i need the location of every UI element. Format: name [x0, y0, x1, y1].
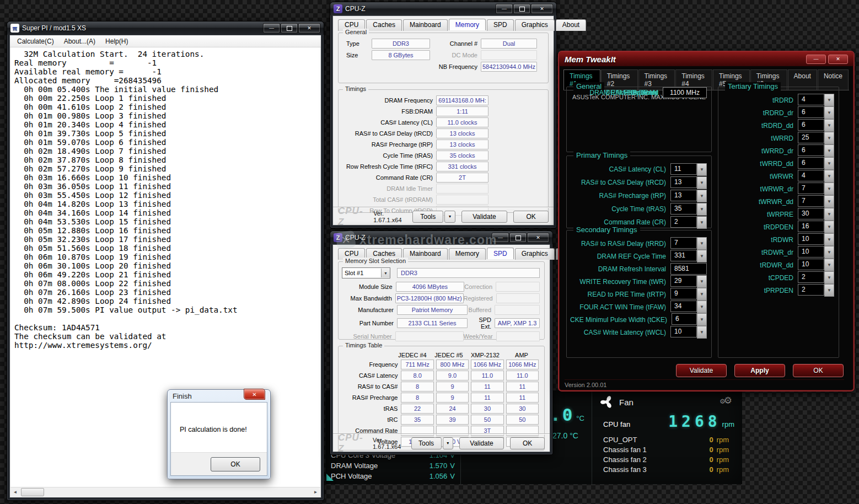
- timing-select[interactable]: 4 ▼: [798, 170, 834, 183]
- tab[interactable]: Memory: [449, 19, 486, 30]
- apply-button[interactable]: Apply: [734, 364, 785, 377]
- tools-button[interactable]: Tools: [412, 211, 443, 223]
- timing-select[interactable]: 13 ▼: [670, 190, 707, 202]
- chevron-down-icon[interactable]: ▼: [824, 132, 834, 144]
- chevron-down-icon[interactable]: ▼: [824, 284, 834, 297]
- chevron-down-icon[interactable]: ▼: [697, 237, 707, 250]
- tab[interactable]: Mainboard: [403, 248, 448, 260]
- chevron-down-icon[interactable]: ▼: [697, 326, 707, 339]
- timing-select[interactable]: 7 ▼: [798, 195, 834, 208]
- superpi-titlebar[interactable]: π Super PI / mod1.5 XS — ✕: [7, 22, 324, 35]
- validate-button[interactable]: Validate: [676, 364, 727, 377]
- chevron-down-icon[interactable]: ▼: [697, 190, 707, 202]
- close-button[interactable]: ✕: [244, 389, 265, 400]
- timing-select[interactable]: 8581 ▼: [670, 263, 707, 275]
- timing-select[interactable]: 11 ▼: [670, 163, 707, 176]
- tools-dropdown-icon[interactable]: ▾: [443, 437, 453, 449]
- chevron-down-icon[interactable]: ▼: [697, 313, 707, 326]
- chevron-down-icon[interactable]: ▼: [824, 157, 834, 170]
- timing-select[interactable]: 9 ▼: [670, 288, 707, 301]
- scroll-right-icon[interactable]: ►: [311, 487, 320, 497]
- close-button[interactable]: ✕: [527, 233, 549, 243]
- timing-select[interactable]: 25 ▼: [798, 132, 834, 144]
- slot-select[interactable]: Slot #1 ▼: [342, 267, 390, 278]
- horizontal-scrollbar[interactable]: ◄ ►: [10, 487, 320, 497]
- chevron-down-icon[interactable]: ▼: [824, 106, 834, 119]
- tab[interactable]: Graphics: [515, 19, 555, 31]
- timing-select[interactable]: 7 ▼: [670, 237, 707, 250]
- timing-select[interactable]: 10 ▼: [798, 246, 834, 259]
- timing-select[interactable]: 6 ▼: [672, 313, 707, 326]
- memtweakit-titlebar[interactable]: Mem TweakIt — ✕: [559, 52, 853, 66]
- chevron-down-icon[interactable]: ▼: [824, 221, 834, 233]
- validate-button[interactable]: Validate: [461, 211, 507, 223]
- cpuz-titlebar[interactable]: Z CPU-Z — ✕: [330, 231, 552, 244]
- timing-select[interactable]: 35 ▼: [670, 203, 707, 216]
- tab[interactable]: SPD: [487, 248, 514, 259]
- chevron-down-icon[interactable]: ▼: [824, 195, 834, 208]
- chevron-down-icon[interactable]: ▼: [697, 203, 707, 216]
- chevron-down-icon[interactable]: ▼: [381, 269, 390, 277]
- chevron-down-icon[interactable]: ▼: [697, 301, 707, 313]
- chevron-down-icon[interactable]: ▼: [824, 144, 834, 157]
- timing-select[interactable]: 6 ▼: [798, 119, 834, 132]
- scroll-left-icon[interactable]: ◄: [10, 487, 20, 497]
- chevron-down-icon[interactable]: ▼: [824, 271, 834, 284]
- timing-select[interactable]: 10 ▼: [670, 326, 707, 339]
- chevron-down-icon[interactable]: ▼: [824, 233, 834, 246]
- chevron-down-icon[interactable]: ▼: [824, 94, 834, 106]
- menu-item[interactable]: Help(H): [100, 36, 133, 46]
- maximize-button[interactable]: [509, 233, 527, 243]
- menu-item[interactable]: Calculate(C): [12, 36, 59, 46]
- cpuz-titlebar[interactable]: Z CPU-Z — ✕: [330, 2, 556, 15]
- timing-select[interactable]: 6 ▼: [798, 157, 834, 170]
- ok-button[interactable]: OK: [211, 457, 260, 471]
- timing-select[interactable]: 6 ▼: [798, 106, 834, 119]
- timing-select[interactable]: 29 ▼: [670, 275, 707, 288]
- chevron-down-icon[interactable]: ▼: [824, 119, 834, 132]
- tab[interactable]: SPD: [487, 19, 514, 31]
- scrollbar-thumb[interactable]: [21, 488, 44, 496]
- tab[interactable]: Caches: [366, 19, 402, 31]
- close-button[interactable]: ✕: [298, 23, 320, 33]
- timing-select[interactable]: 4 ▼: [798, 94, 834, 106]
- finish-titlebar[interactable]: Finish ✕: [168, 390, 270, 402]
- tools-button[interactable]: Tools: [411, 437, 442, 449]
- chevron-down-icon[interactable]: ▼: [697, 250, 707, 262]
- validate-button[interactable]: Validate: [459, 437, 504, 449]
- timing-select[interactable]: 2 ▼: [670, 216, 707, 229]
- tools-dropdown-icon[interactable]: ▾: [444, 211, 455, 223]
- timing-select[interactable]: 10 ▼: [798, 233, 834, 246]
- minimize-button[interactable]: —: [263, 23, 280, 33]
- chevron-down-icon[interactable]: ▼: [824, 208, 834, 221]
- chevron-down-icon[interactable]: ▼: [824, 170, 834, 183]
- menu-item[interactable]: About...(A): [59, 36, 100, 46]
- timing-select[interactable]: 2 ▼: [798, 271, 834, 284]
- chevron-down-icon[interactable]: ▼: [824, 259, 834, 271]
- timing-select[interactable]: 331 ▼: [670, 250, 707, 262]
- tab[interactable]: About: [556, 19, 586, 31]
- minimize-button[interactable]: —: [806, 55, 826, 64]
- chevron-down-icon[interactable]: ▼: [697, 163, 707, 176]
- tab[interactable]: Mainboard: [403, 19, 448, 31]
- chevron-down-icon[interactable]: ▼: [697, 216, 707, 229]
- ok-button[interactable]: OK: [510, 437, 545, 449]
- chevron-down-icon[interactable]: ▼: [697, 288, 707, 301]
- close-button[interactable]: ✕: [531, 4, 553, 14]
- chevron-down-icon[interactable]: ▼: [824, 246, 834, 259]
- chevron-down-icon[interactable]: ▼: [824, 183, 834, 195]
- close-button[interactable]: ✕: [828, 55, 848, 64]
- timing-select[interactable]: 13 ▼: [670, 176, 707, 189]
- timing-select[interactable]: 10 ▼: [798, 259, 834, 271]
- timing-select[interactable]: 6 ▼: [798, 144, 834, 157]
- minimize-button[interactable]: —: [492, 233, 509, 243]
- maximize-button[interactable]: [513, 4, 530, 14]
- timing-select[interactable]: 34 ▼: [670, 301, 707, 313]
- minimize-button[interactable]: —: [496, 4, 513, 14]
- timing-select[interactable]: 2 ▼: [798, 284, 834, 297]
- maximize-button[interactable]: [281, 23, 298, 33]
- settings-gear-icon[interactable]: ⚙⚙: [720, 395, 732, 406]
- ok-button[interactable]: OK: [513, 211, 549, 223]
- tab[interactable]: Graphics: [515, 248, 555, 260]
- timing-select[interactable]: 30 ▼: [798, 208, 834, 221]
